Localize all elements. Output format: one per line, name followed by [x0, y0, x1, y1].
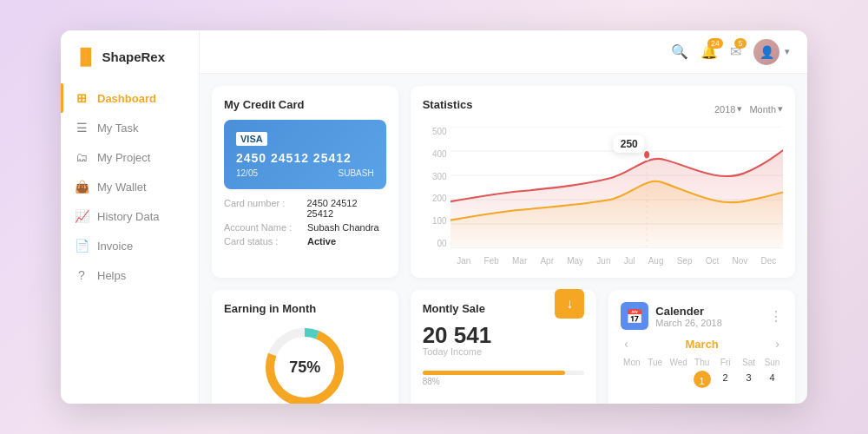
next-month-button[interactable]: › [772, 337, 783, 351]
project-icon: 🗂 [75, 150, 89, 164]
header: 🔍 🔔 24 ✉ 5 👤 ▾ [200, 30, 807, 74]
sale-progress-bar [423, 371, 585, 375]
period-selector[interactable]: Month ▾ [749, 103, 783, 115]
sidebar-label-my-wallet: My Wallet [97, 181, 147, 194]
account-name-value: Subash Chandra [307, 222, 379, 233]
sale-amount: 20 541 [423, 324, 492, 346]
logo-icon: ▐▌ [75, 48, 97, 66]
monthly-sale-section: Montly Sale 20 541 Today Income ↓ 88% [411, 290, 597, 404]
card-number-display: 2450 24512 25412 [236, 151, 374, 165]
calendar-more-button[interactable]: ⋮ [769, 308, 783, 325]
cal-day-empty [667, 371, 689, 388]
calendar-nav: ‹ March › [621, 337, 783, 351]
day-header-wed: Wed [667, 356, 689, 369]
day-header-sat: Sat [738, 356, 760, 369]
card-holder: SUBASH [339, 168, 374, 178]
donut-label: 75% [289, 358, 320, 377]
download-button[interactable]: ↓ [555, 289, 584, 319]
wallet-icon: 👜 [75, 180, 89, 194]
sidebar-label-invoice: Invoice [97, 240, 133, 253]
dashboard-icon: ⊞ [75, 91, 89, 105]
avatar: 👤 [753, 39, 779, 65]
sidebar-label-helps: Helps [97, 269, 126, 282]
chart-area: 500 400 300 200 100 00 250 [423, 127, 783, 266]
main-content: 🔍 🔔 24 ✉ 5 👤 ▾ My Credit Card VISA 2450 [200, 30, 807, 404]
prev-month-button[interactable]: ‹ [621, 337, 632, 351]
sidebar-label-my-project: My Project [97, 151, 150, 164]
card-status-label: Card status : [224, 236, 302, 247]
chart-y-labels: 500 400 300 200 100 00 [423, 127, 447, 248]
messages-button[interactable]: ✉ 5 [730, 43, 741, 60]
statistics-title: Statistics [423, 98, 473, 111]
help-icon: ? [75, 268, 89, 282]
sale-pct-label: 88% [423, 377, 585, 386]
earning-section: Earning in Month 75% [212, 290, 398, 404]
user-avatar-area[interactable]: 👤 ▾ [753, 39, 790, 65]
sidebar-label-dashboard: Dashboard [97, 92, 156, 105]
day-header-tue: Tue [644, 356, 666, 369]
chart-inner: 250 [450, 127, 783, 248]
avatar-chevron: ▾ [785, 46, 790, 57]
calendar-month: March [686, 338, 719, 351]
cal-day-empty [644, 371, 666, 388]
sidebar-label-my-task: My Task [97, 122, 138, 135]
cal-day-empty [621, 371, 642, 388]
sidebar-item-my-project[interactable]: 🗂 My Project [61, 142, 199, 172]
task-icon: ☰ [75, 121, 89, 135]
cal-day-1[interactable]: 1 [694, 371, 711, 388]
logo-area: ▐▌ ShapeRex [61, 48, 199, 83]
calendar-icon-box: 📅 [621, 302, 648, 330]
card-number-value: 2450 24512 25412 [306, 198, 385, 219]
cal-day-3[interactable]: 3 [738, 371, 760, 388]
credit-card-title: My Credit Card [224, 98, 386, 111]
credit-card-visual: VISA 2450 24512 25412 12/05 SUBASH [224, 120, 386, 189]
stat-controls: 2018 ▾ Month ▾ [714, 103, 783, 115]
card-number-label: Card number : [224, 198, 301, 219]
statistics-section: Statistics 2018 ▾ Month ▾ 500 400 [411, 86, 795, 278]
history-icon: 📈 [75, 209, 89, 223]
chart-x-labels: Jan Feb Mar Apr May Jun Jul Aug Sep Oct … [450, 256, 783, 266]
visa-label: VISA [236, 132, 267, 146]
sidebar: ▐▌ ShapeRex ⊞ Dashboard ☰ My Task 🗂 My P… [61, 30, 200, 404]
cal-day-4[interactable]: 4 [761, 371, 783, 388]
sidebar-item-history-data[interactable]: 📈 History Data [61, 201, 199, 231]
invoice-icon: 📄 [75, 239, 89, 253]
sidebar-item-my-task[interactable]: ☰ My Task [61, 113, 199, 142]
notifications-badge: 24 [707, 38, 723, 49]
sidebar-label-history-data: History Data [97, 210, 160, 223]
day-header-thu: Thu [691, 356, 713, 369]
card-status-value: Active [307, 236, 336, 247]
app-window: ▐▌ ShapeRex ⊞ Dashboard ☰ My Task 🗂 My P… [61, 30, 807, 404]
calendar-grid: Mon Tue Wed Thu Fri Sat Sun 1 2 3 4 [621, 356, 783, 388]
calendar-section: 📅 Calender March 26, 2018 ⋮ ‹ March › Mo… [608, 290, 795, 404]
sidebar-item-my-wallet[interactable]: 👜 My Wallet [61, 172, 199, 201]
year-selector[interactable]: 2018 ▾ [714, 103, 742, 115]
calendar-date: March 26, 2018 [655, 318, 721, 328]
search-button[interactable]: 🔍 [671, 43, 688, 60]
calendar-title: Calender [655, 305, 721, 318]
sidebar-item-dashboard[interactable]: ⊞ Dashboard [61, 83, 199, 113]
donut-chart-area: 75% [224, 324, 386, 404]
day-header-sun: Sun [761, 356, 783, 369]
sale-progress-fill [423, 371, 565, 375]
sidebar-item-helps[interactable]: ? Helps [61, 260, 199, 290]
messages-badge: 5 [734, 38, 746, 49]
earning-title: Earning in Month [224, 302, 386, 315]
notifications-button[interactable]: 🔔 24 [700, 43, 718, 60]
account-name-label: Account Name : [224, 222, 302, 233]
card-expiry: 12/05 [236, 168, 258, 178]
credit-card-section: My Credit Card VISA 2450 24512 25412 12/… [212, 86, 398, 278]
sale-label: Today Income [423, 346, 492, 357]
content-grid: My Credit Card VISA 2450 24512 25412 12/… [200, 74, 807, 404]
calendar-header: 📅 Calender March 26, 2018 ⋮ [621, 302, 783, 330]
app-name: ShapeRex [102, 49, 166, 64]
day-header-fri: Fri [714, 356, 736, 369]
sidebar-item-invoice[interactable]: 📄 Invoice [61, 231, 199, 260]
cal-day-2[interactable]: 2 [714, 371, 736, 388]
day-header-mon: Mon [621, 356, 642, 369]
chart-tooltip: 250 [614, 135, 645, 153]
